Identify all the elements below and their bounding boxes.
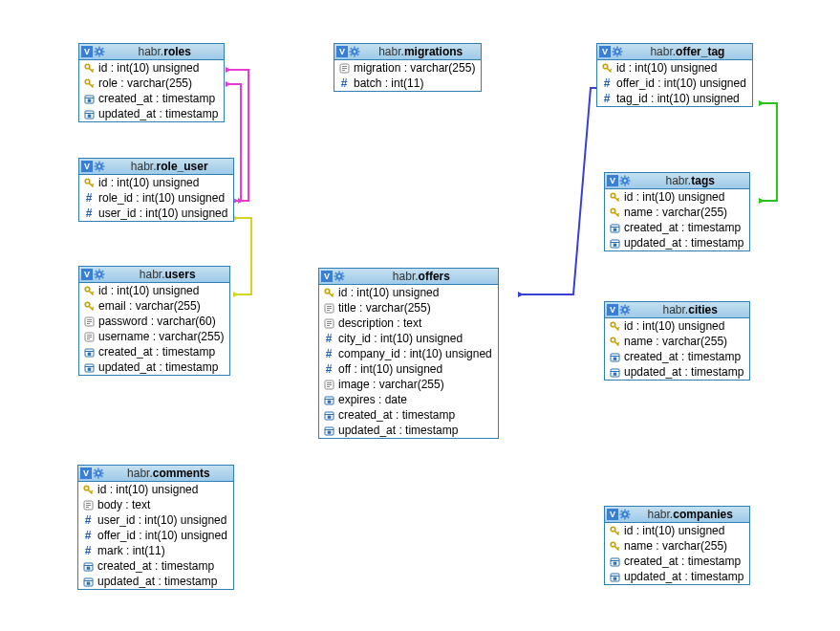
column-row[interactable]: id : int(10) unsigned bbox=[597, 60, 752, 76]
column-row[interactable]: id : int(10) unsigned bbox=[605, 523, 749, 538]
view-icon[interactable]: V bbox=[607, 175, 618, 186]
table-header[interactable]: Vhabr.tags bbox=[605, 173, 749, 189]
column-row[interactable]: #user_id : int(10) unsigned bbox=[78, 512, 233, 528]
column-row[interactable]: created_at : timestamp bbox=[605, 220, 749, 235]
column-row[interactable]: #off : int(10) unsigned bbox=[319, 361, 498, 377]
gear-icon[interactable] bbox=[94, 161, 105, 172]
gear-icon[interactable] bbox=[334, 271, 345, 282]
column-row[interactable]: #tag_id : int(10) unsigned bbox=[597, 91, 752, 106]
column-row[interactable]: created_at : timestamp bbox=[319, 407, 498, 423]
column-row[interactable]: updated_at : timestamp bbox=[79, 359, 229, 375]
view-icon[interactable]: V bbox=[81, 46, 93, 57]
svg-rect-116 bbox=[338, 280, 339, 282]
view-icon[interactable]: V bbox=[599, 46, 611, 57]
table-offers[interactable]: Vhabr.offersid : int(10) unsignedtitle :… bbox=[318, 268, 499, 439]
column-row[interactable]: #user_id : int(10) unsigned bbox=[79, 206, 233, 221]
svg-rect-87 bbox=[95, 273, 97, 274]
table-name: offer_tag bbox=[676, 45, 724, 58]
table-users[interactable]: Vhabr.usersid : int(10) unsignedemail : … bbox=[78, 266, 230, 376]
column-row[interactable]: description : text bbox=[319, 316, 498, 331]
column-row[interactable]: id : int(10) unsigned bbox=[79, 283, 229, 298]
column-row[interactable]: #batch : int(11) bbox=[334, 76, 481, 91]
text-column-icon bbox=[322, 302, 335, 314]
column-row[interactable]: #mark : int(11) bbox=[78, 543, 233, 558]
column-row[interactable]: username : varchar(255) bbox=[79, 329, 229, 344]
table-header[interactable]: Vhabr.cities bbox=[605, 302, 749, 318]
column-row[interactable]: created_at : timestamp bbox=[605, 349, 749, 364]
gear-icon[interactable] bbox=[94, 46, 105, 57]
table-companies[interactable]: Vhabr.companiesid : int(10) unsignedname… bbox=[604, 506, 750, 585]
table-header[interactable]: Vhabr.users bbox=[79, 267, 229, 283]
gear-icon[interactable] bbox=[349, 46, 360, 57]
table-offer_tag[interactable]: Vhabr.offer_tagid : int(10) unsigned#off… bbox=[596, 43, 753, 107]
column-row[interactable]: updated_at : timestamp bbox=[79, 106, 224, 121]
table-cities[interactable]: Vhabr.citiesid : int(10) unsignedname : … bbox=[604, 301, 750, 381]
column-row[interactable]: image : varchar(255) bbox=[319, 377, 498, 392]
column-row[interactable]: created_at : timestamp bbox=[79, 91, 224, 106]
column-row[interactable]: #city_id : int(10) unsigned bbox=[319, 331, 498, 346]
column-row[interactable]: created_at : timestamp bbox=[605, 554, 749, 569]
date-column-icon bbox=[608, 571, 621, 582]
column-row[interactable]: name : varchar(255) bbox=[605, 538, 749, 554]
gear-icon[interactable] bbox=[94, 269, 105, 280]
gear-icon[interactable] bbox=[619, 304, 631, 316]
table-header[interactable]: Vhabr.roles bbox=[79, 44, 224, 60]
column-row[interactable]: #offer_id : int(10) unsigned bbox=[597, 76, 752, 91]
svg-rect-1 bbox=[98, 47, 99, 49]
column-row[interactable]: id : int(10) unsigned bbox=[605, 318, 749, 334]
column-row[interactable]: name : varchar(255) bbox=[605, 205, 749, 220]
table-header[interactable]: Vhabr.comments bbox=[78, 466, 233, 482]
column-row[interactable]: id : int(10) unsigned bbox=[79, 175, 233, 190]
view-icon[interactable]: V bbox=[336, 46, 348, 57]
table-header-icons: V bbox=[81, 161, 105, 172]
column-row[interactable]: migration : varchar(255) bbox=[334, 60, 481, 76]
column-row[interactable]: name : varchar(255) bbox=[605, 334, 749, 349]
table-header[interactable]: Vhabr.role_user bbox=[79, 159, 233, 175]
table-header[interactable]: Vhabr.offers bbox=[319, 269, 498, 285]
column-row[interactable]: id : int(10) unsigned bbox=[319, 285, 498, 300]
gear-icon[interactable] bbox=[619, 509, 631, 520]
table-role_user[interactable]: Vhabr.role_userid : int(10) unsigned#rol… bbox=[78, 158, 234, 222]
column-row[interactable]: #offer_id : int(10) unsigned bbox=[78, 528, 233, 543]
view-icon[interactable]: V bbox=[607, 304, 618, 316]
column-row[interactable]: updated_at : timestamp bbox=[78, 574, 233, 589]
view-icon[interactable]: V bbox=[607, 509, 618, 520]
date-column-icon bbox=[81, 560, 95, 572]
svg-rect-37 bbox=[616, 47, 617, 49]
gear-icon[interactable] bbox=[612, 46, 623, 57]
column-row[interactable]: id : int(10) unsigned bbox=[605, 189, 749, 205]
view-icon[interactable]: V bbox=[81, 161, 93, 172]
column-row[interactable]: updated_at : timestamp bbox=[605, 235, 749, 250]
schema-prefix: habr. bbox=[378, 45, 404, 58]
table-header[interactable]: Vhabr.offer_tag bbox=[597, 44, 752, 60]
column-row[interactable]: #role_id : int(10) unsigned bbox=[79, 190, 233, 206]
gear-icon[interactable] bbox=[619, 175, 631, 186]
table-header[interactable]: Vhabr.migrations bbox=[334, 44, 481, 60]
column-row[interactable]: body : text bbox=[78, 497, 233, 512]
view-icon[interactable]: V bbox=[80, 468, 92, 479]
column-row[interactable]: email : varchar(255) bbox=[79, 298, 229, 314]
column-row[interactable]: #company_id : int(10) unsigned bbox=[319, 346, 498, 361]
view-icon[interactable]: V bbox=[81, 269, 93, 280]
column-label: id : int(10) unsigned bbox=[97, 483, 198, 496]
column-row[interactable]: updated_at : timestamp bbox=[605, 364, 749, 380]
table-header[interactable]: Vhabr.companies bbox=[605, 507, 749, 523]
column-row[interactable]: updated_at : timestamp bbox=[605, 569, 749, 584]
column-label: migration : varchar(255) bbox=[354, 61, 475, 75]
column-row[interactable]: expires : date bbox=[319, 392, 498, 407]
table-migrations[interactable]: Vhabr.migrationsmigration : varchar(255)… bbox=[334, 43, 482, 92]
gear-icon[interactable] bbox=[93, 468, 104, 479]
table-roles[interactable]: Vhabr.rolesid : int(10) unsignedrole : v… bbox=[78, 43, 225, 122]
column-row[interactable]: created_at : timestamp bbox=[78, 558, 233, 574]
column-row[interactable]: id : int(10) unsigned bbox=[78, 482, 233, 497]
view-icon[interactable]: V bbox=[321, 271, 333, 282]
column-row[interactable]: updated_at : timestamp bbox=[319, 423, 498, 438]
column-row[interactable]: created_at : timestamp bbox=[79, 344, 229, 359]
column-row[interactable]: title : varchar(255) bbox=[319, 300, 498, 316]
table-tags[interactable]: Vhabr.tagsid : int(10) unsignedname : va… bbox=[604, 172, 750, 251]
column-row[interactable]: password : varchar(60) bbox=[79, 314, 229, 329]
table-comments[interactable]: Vhabr.commentsid : int(10) unsignedbody … bbox=[77, 465, 234, 590]
column-row[interactable]: id : int(10) unsigned bbox=[79, 60, 224, 76]
column-label: password : varchar(60) bbox=[98, 315, 216, 328]
column-row[interactable]: role : varchar(255) bbox=[79, 76, 224, 91]
